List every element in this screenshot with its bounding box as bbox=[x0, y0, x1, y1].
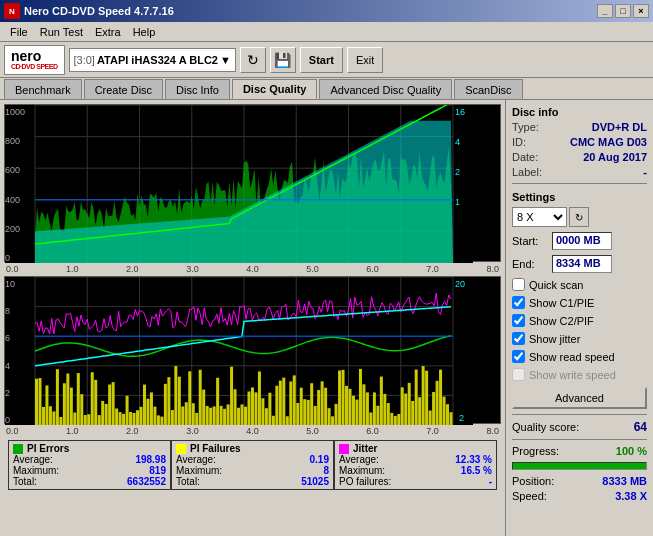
pi-errors-avg-value: 198.98 bbox=[135, 454, 166, 465]
app-icon: N bbox=[4, 3, 20, 19]
bottom-chart bbox=[4, 276, 501, 424]
pi-errors-total-label: Total: bbox=[13, 476, 37, 487]
save-icon-button[interactable]: 💾 bbox=[270, 47, 296, 73]
show-c1-label: Show C1/PIE bbox=[529, 297, 594, 309]
tab-create-disc[interactable]: Create Disc bbox=[84, 79, 163, 99]
refresh-icon-button[interactable]: ↻ bbox=[240, 47, 266, 73]
start-button[interactable]: Start bbox=[300, 47, 343, 73]
show-c2-checkbox[interactable] bbox=[512, 314, 525, 327]
quality-score-row: Quality score: 64 bbox=[512, 420, 647, 434]
window-controls[interactable]: _ □ × bbox=[597, 4, 649, 18]
show-read-speed-checkbox[interactable] bbox=[512, 350, 525, 363]
drive-selector[interactable]: [3:0] ATAPI iHAS324 A BLC2 ▼ bbox=[69, 48, 236, 72]
tab-benchmark[interactable]: Benchmark bbox=[4, 79, 82, 99]
menu-help[interactable]: Help bbox=[127, 24, 162, 40]
start-field-row: Start: 0000 MB bbox=[512, 232, 647, 250]
show-jitter-checkbox[interactable] bbox=[512, 332, 525, 345]
right-panel: Disc info Type: DVD+R DL ID: CMC MAG D03… bbox=[505, 100, 653, 536]
progress-bar-container bbox=[512, 462, 647, 470]
speed-label: Speed: bbox=[512, 490, 547, 502]
pi-failures-color bbox=[176, 444, 186, 454]
start-field[interactable]: 0000 MB bbox=[552, 232, 612, 250]
speed-value: 3.38 X bbox=[615, 490, 647, 502]
quick-scan-row: Quick scan bbox=[512, 278, 647, 291]
stats-area: PI Errors Average: 198.98 Maximum: 819 T… bbox=[4, 438, 501, 492]
pi-errors-avg-label: Average: bbox=[13, 454, 53, 465]
pi-errors-total-value: 6632552 bbox=[127, 476, 166, 487]
show-write-speed-checkbox bbox=[512, 368, 525, 381]
separator-1 bbox=[512, 183, 647, 184]
tab-disc-quality[interactable]: Disc Quality bbox=[232, 79, 318, 99]
show-write-speed-row: Show write speed bbox=[512, 368, 647, 381]
refresh-button[interactable]: ↻ bbox=[569, 207, 589, 227]
jitter-avg-label: Average: bbox=[339, 454, 379, 465]
show-jitter-label: Show jitter bbox=[529, 333, 580, 345]
show-write-speed-label: Show write speed bbox=[529, 369, 616, 381]
separator-3 bbox=[512, 439, 647, 440]
drive-text: ATAPI iHAS324 A BLC2 bbox=[97, 54, 218, 66]
logo: nero CD·DVD SPEED bbox=[4, 45, 65, 75]
disc-type-row: Type: DVD+R DL bbox=[512, 121, 647, 133]
disc-date-row: Date: 20 Aug 2017 bbox=[512, 151, 647, 163]
speed-row: Speed: 3.38 X bbox=[512, 490, 647, 502]
bottom-x-labels: 0.01.0 2.03.0 4.05.0 6.07.0 8.0 bbox=[4, 426, 501, 436]
quick-scan-label: Quick scan bbox=[529, 279, 583, 291]
chart-area: 0.01.0 2.03.0 4.05.0 6.07.0 8.0 0.01.0 2… bbox=[0, 100, 505, 536]
disc-info-title: Disc info bbox=[512, 106, 647, 118]
speed-select[interactable]: 8 X 4 X 2 X 1 X Maximum bbox=[512, 207, 567, 227]
pi-errors-color bbox=[13, 444, 23, 454]
exit-button[interactable]: Exit bbox=[347, 47, 383, 73]
progress-row: Progress: 100 % bbox=[512, 445, 647, 457]
disc-label-label: Label: bbox=[512, 166, 542, 178]
minimize-button[interactable]: _ bbox=[597, 4, 613, 18]
show-read-speed-label: Show read speed bbox=[529, 351, 615, 363]
start-field-label: Start: bbox=[512, 235, 548, 247]
show-c2-label: Show C2/PIF bbox=[529, 315, 594, 327]
disc-label-row: Label: - bbox=[512, 166, 647, 178]
disc-type-value: DVD+R DL bbox=[592, 121, 647, 133]
jitter-po-label: PO failures: bbox=[339, 476, 391, 487]
tab-disc-info[interactable]: Disc Info bbox=[165, 79, 230, 99]
menu-bar: File Run Test Extra Help bbox=[0, 22, 653, 42]
tab-bar: Benchmark Create Disc Disc Info Disc Qua… bbox=[0, 78, 653, 100]
main-content: 0.01.0 2.03.0 4.05.0 6.07.0 8.0 0.01.0 2… bbox=[0, 100, 653, 536]
tab-advanced-disc-quality[interactable]: Advanced Disc Quality bbox=[319, 79, 452, 99]
end-field-row: End: 8334 MB bbox=[512, 255, 647, 273]
quality-score-label: Quality score: bbox=[512, 421, 579, 433]
tab-scan-disc[interactable]: ScanDisc bbox=[454, 79, 522, 99]
menu-extra[interactable]: Extra bbox=[89, 24, 127, 40]
show-c1-row: Show C1/PIE bbox=[512, 296, 647, 309]
pi-failures-max-value: 8 bbox=[323, 465, 329, 476]
jitter-group: Jitter Average: 12.33 % Maximum: 16.5 % … bbox=[334, 440, 497, 490]
pi-errors-max-value: 819 bbox=[149, 465, 166, 476]
disc-id-row: ID: CMC MAG D03 bbox=[512, 136, 647, 148]
speed-settings-row: 8 X 4 X 2 X 1 X Maximum ↻ bbox=[512, 207, 647, 227]
progress-value: 100 % bbox=[616, 445, 647, 457]
disc-id-label: ID: bbox=[512, 136, 526, 148]
show-read-speed-row: Show read speed bbox=[512, 350, 647, 363]
progress-label: Progress: bbox=[512, 445, 559, 457]
drive-label: [3:0] bbox=[74, 54, 95, 66]
dropdown-arrow[interactable]: ▼ bbox=[220, 54, 231, 66]
quick-scan-checkbox[interactable] bbox=[512, 278, 525, 291]
position-value: 8333 MB bbox=[602, 475, 647, 487]
pi-errors-label: PI Errors bbox=[27, 443, 69, 454]
maximize-button[interactable]: □ bbox=[615, 4, 631, 18]
end-field-label: End: bbox=[512, 258, 548, 270]
position-label: Position: bbox=[512, 475, 554, 487]
show-c1-checkbox[interactable] bbox=[512, 296, 525, 309]
menu-run-test[interactable]: Run Test bbox=[34, 24, 89, 40]
end-field[interactable]: 8334 MB bbox=[552, 255, 612, 273]
menu-file[interactable]: File bbox=[4, 24, 34, 40]
pi-failures-max-label: Maximum: bbox=[176, 465, 222, 476]
settings-title: Settings bbox=[512, 191, 647, 203]
jitter-max-label: Maximum: bbox=[339, 465, 385, 476]
pi-errors-group: PI Errors Average: 198.98 Maximum: 819 T… bbox=[8, 440, 171, 490]
pi-failures-avg-label: Average: bbox=[176, 454, 216, 465]
jitter-po-value: - bbox=[489, 476, 492, 487]
disc-date-value: 20 Aug 2017 bbox=[583, 151, 647, 163]
jitter-avg-value: 12.33 % bbox=[455, 454, 492, 465]
top-x-labels: 0.01.0 2.03.0 4.05.0 6.07.0 8.0 bbox=[4, 264, 501, 274]
close-button[interactable]: × bbox=[633, 4, 649, 18]
advanced-button[interactable]: Advanced bbox=[512, 387, 647, 409]
